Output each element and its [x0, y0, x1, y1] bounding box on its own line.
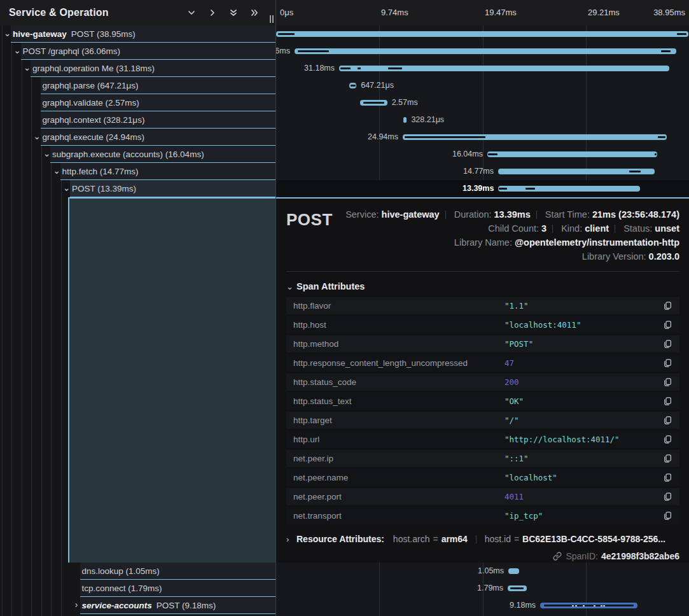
span-bar-row[interactable]: 1.79ms	[276, 580, 689, 597]
meta-value: 3	[541, 223, 546, 234]
span-bar-row[interactable]: 16.04ms	[276, 146, 689, 163]
span-tree-row[interactable]: ⌄graphql.execute (24.94ms)	[0, 129, 275, 146]
copy-button[interactable]	[663, 435, 672, 444]
copy-button[interactable]	[663, 454, 672, 463]
span-duration-bar[interactable]	[276, 31, 688, 37]
span-bar-row[interactable]: 328.21μs	[276, 111, 689, 129]
span-bar-row[interactable]: 24.94ms	[276, 129, 689, 146]
span-duration-label: 14.77ms	[463, 163, 494, 180]
copy-button[interactable]	[663, 377, 672, 387]
attribute-row: net.peer.name"localhost"	[286, 469, 679, 486]
span-duration-bar[interactable]	[360, 100, 387, 106]
copy-button[interactable]	[663, 416, 672, 425]
span-tree-row[interactable]: ⌄http.fetch (14.77ms)	[0, 163, 275, 180]
span-tree-row[interactable]: ⌄hive-gatewayPOST (38.95ms)	[0, 25, 275, 43]
copy-icon	[663, 377, 672, 387]
span-tree-row[interactable]: ⌄graphql.operation Me (31.18ms)	[0, 60, 275, 77]
copy-button[interactable]	[663, 492, 672, 501]
link-icon[interactable]	[553, 552, 562, 561]
span-bar-row[interactable]: 14.77ms	[276, 163, 689, 180]
copy-icon	[663, 396, 672, 406]
chevron-down-icon[interactable]: ⌄	[32, 129, 42, 144]
chevron-right-icon[interactable]: ›	[72, 597, 81, 613]
span-bar-row[interactable]: 31.18ms	[276, 60, 689, 77]
service-operation-pane: Service & Operation ⌄hive-gatewayPOST (3…	[0, 0, 276, 616]
span-meta-line-1: Service: hive-gateway Duration: 13.39ms …	[333, 207, 679, 221]
attribute-row: http.status_code200	[286, 374, 679, 391]
copy-button[interactable]	[663, 320, 672, 330]
divider	[536, 211, 537, 219]
expand-one-button[interactable]	[207, 7, 218, 18]
span-operation-text: POST (38.95ms)	[71, 29, 136, 39]
span-tree-row[interactable]: ⌄subgraph.execute (accounts) (16.04ms)	[0, 146, 275, 163]
collapse-one-button[interactable]	[186, 7, 197, 18]
span-duration-bar[interactable]	[403, 134, 667, 140]
child-span-mark	[655, 153, 657, 155]
span-tree-row[interactable]: ⌄POST (13.39ms)	[0, 180, 275, 197]
resource-key: host.arch	[393, 534, 430, 544]
copy-icon	[663, 435, 672, 444]
collapse-all-button[interactable]	[228, 7, 239, 18]
span-id-row: SpanID:4e21998f3b82abe6	[286, 551, 679, 561]
span-duration-bar[interactable]	[349, 83, 356, 88]
span-bars-top: 38.95ms36.06ms31.18ms647.21μs2.57ms328.2…	[276, 25, 689, 197]
chevron-down-icon[interactable]: ⌄	[52, 163, 62, 179]
expand-all-button[interactable]	[249, 7, 260, 18]
copy-button[interactable]	[663, 358, 672, 368]
chevron-down-icon[interactable]: ⌄	[62, 180, 71, 196]
span-duration-bar[interactable]	[339, 66, 669, 71]
chevron-down-icon[interactable]: ⌄	[13, 43, 22, 59]
span-bar-row[interactable]: 36.06ms	[276, 43, 689, 60]
span-tree-row[interactable]: ⌄POST /graphql (36.06ms)	[0, 43, 275, 60]
span-duration-bar[interactable]	[498, 186, 640, 192]
chevron-down-icon[interactable]: ⌄	[42, 146, 52, 162]
span-meta: Service: hive-gateway Duration: 13.39ms …	[333, 207, 679, 263]
copy-button[interactable]	[663, 473, 672, 482]
child-span-mark	[661, 50, 671, 52]
service-name: hive-gateway	[13, 29, 67, 39]
span-duration-label: 2.57ms	[392, 94, 418, 111]
copy-button[interactable]	[663, 301, 672, 311]
meta-label: Status:	[623, 223, 652, 234]
span-duration-bar[interactable]	[498, 169, 655, 174]
copy-button[interactable]	[663, 396, 672, 406]
meta-label: Service:	[345, 209, 379, 220]
span-tree-row[interactable]: graphql.parse (647.21μs)	[0, 77, 275, 94]
span-bar-row[interactable]: 2.57ms	[276, 94, 689, 111]
span-tree-row[interactable]: dns.lookup (1.05ms)	[0, 563, 275, 580]
span-duration-bar[interactable]	[295, 48, 676, 54]
chevron-down-icon[interactable]: ⌄	[3, 25, 12, 41]
span-duration-bar[interactable]	[487, 151, 657, 157]
span-duration-bar[interactable]	[508, 585, 527, 591]
span-attributes-header[interactable]: ⌄Span Attributes	[286, 281, 679, 291]
span-bar-row[interactable]: 13.39ms	[276, 180, 689, 197]
span-bar-row[interactable]: 9.18ms	[276, 597, 689, 614]
span-tree-row[interactable]: ›service-accountsPOST (9.18ms)	[0, 597, 275, 614]
copy-button[interactable]	[663, 339, 672, 349]
span-bar-row[interactable]: 38.95ms	[276, 25, 689, 43]
copy-button[interactable]	[663, 511, 672, 521]
chevron-down-icon[interactable]: ⌄	[22, 60, 32, 76]
divider	[476, 535, 477, 543]
meta-label: Library Name:	[454, 237, 512, 248]
resource-attributes-row[interactable]: ›Resource Attributes: host.arch=arm64 ho…	[286, 534, 679, 544]
span-bar-row[interactable]: 1.05ms	[276, 563, 689, 580]
attribute-key: http.host	[293, 320, 505, 330]
span-tree-row[interactable]: graphql.context (328.21μs)	[0, 111, 275, 129]
timeline-tick: 38.95ms	[653, 0, 685, 25]
span-duration-bar[interactable]	[403, 117, 407, 123]
double-chevron-right-icon	[250, 8, 259, 17]
span-tree-row[interactable]: graphql.validate (2.57ms)	[0, 94, 275, 111]
attribute-key: net.peer.port	[293, 492, 505, 501]
span-duration-bar[interactable]	[508, 568, 519, 574]
span-bar-row[interactable]: 647.21μs	[276, 77, 689, 94]
copy-icon	[663, 473, 672, 482]
pane-resize-handle[interactable]	[270, 15, 274, 23]
trace-viewer: Service & Operation ⌄hive-gatewayPOST (3…	[0, 0, 689, 616]
span-duration-bar[interactable]	[540, 603, 637, 608]
child-span-mark	[525, 188, 536, 190]
timeline-tick: 29.21ms	[588, 0, 620, 25]
span-tree-row[interactable]: tcp.connect (1.79ms)	[0, 580, 275, 597]
copy-icon	[663, 358, 672, 368]
selected-span-indent-block	[68, 197, 276, 563]
